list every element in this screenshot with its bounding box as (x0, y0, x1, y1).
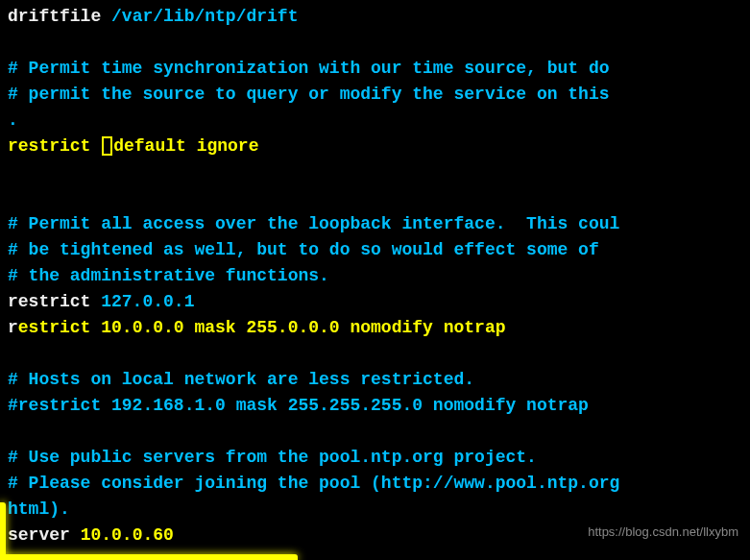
config-line: driftfile /var/lib/ntp/drift (8, 4, 742, 30)
keyword-restrict: restrict (8, 136, 101, 156)
terminal-editor[interactable]: driftfile /var/lib/ntp/drift # Permit ti… (8, 4, 742, 560)
config-line-restrict: restrict 127.0.0.1 (8, 289, 742, 315)
keyword-restrict: r (8, 318, 18, 337)
comment-line: # Permit time synchronization with our t… (8, 56, 742, 82)
blank-line (8, 30, 742, 56)
blank-line (8, 185, 742, 211)
comment-line: # be tightened as well, but to do so wou… (8, 237, 742, 263)
comment-line: # the administrative functions. (8, 263, 742, 289)
ip-value: 10.0.0.60 (81, 525, 174, 545)
highlight-marker-icon (0, 502, 6, 560)
path-value: /var/lib/ntp/drift (111, 7, 298, 26)
restrict-args: default ignore (113, 136, 258, 156)
highlight-marker-icon (0, 554, 298, 560)
config-line-restrict: restrict default ignore (8, 134, 742, 159)
keyword-server: server (8, 525, 81, 545)
config-line-restrict: restrict 10.0.0.0 mask 255.0.0.0 nomodif… (8, 315, 742, 341)
blank-line (8, 159, 742, 185)
restrict-args: estrict 10.0.0.0 mask 255.0.0.0 nomodify… (18, 318, 506, 337)
comment-line: # Hosts on local network are less restri… (8, 367, 742, 393)
blank-line (8, 419, 742, 445)
comment-line: # Use public servers from the pool.ntp.o… (8, 445, 742, 471)
watermark-text: https://blog.csdn.net/llxybm (588, 523, 738, 542)
comment-line: . (8, 108, 742, 134)
comment-line: # permit the source to query or modify t… (8, 82, 742, 108)
blank-line (8, 341, 742, 367)
keyword-restrict: restrict (8, 292, 101, 311)
comment-line: # Please consider joining the pool (http… (8, 471, 742, 497)
comment-line: #restrict 192.168.1.0 mask 255.255.255.0… (8, 393, 742, 419)
ip-value: 127.0.0.1 (101, 292, 194, 311)
cursor-icon (102, 136, 112, 156)
comment-line: # Permit all access over the loopback in… (8, 211, 742, 237)
keyword-driftfile: driftfile (8, 7, 111, 26)
comment-line: html). (8, 497, 742, 523)
